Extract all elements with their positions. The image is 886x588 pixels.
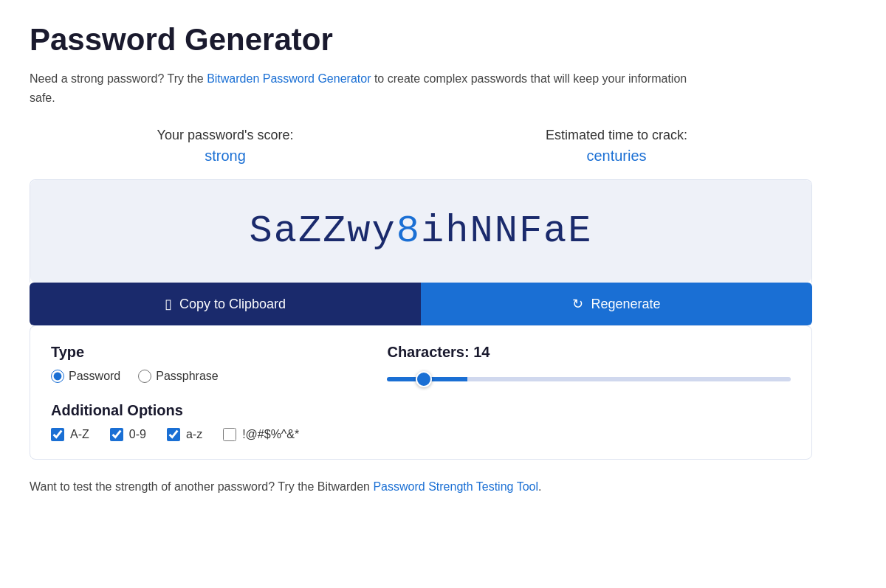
- special-checkbox-label[interactable]: !@#$%^&*: [223, 428, 299, 441]
- copy-button-label: Copy to Clipboard: [179, 297, 286, 312]
- az-checkbox-label[interactable]: A-Z: [51, 428, 89, 441]
- special-checkbox[interactable]: [223, 428, 236, 441]
- checkboxes-row: A-Z 0-9 a-z !@#$%^&*: [51, 428, 791, 441]
- page-title: Password Generator: [30, 22, 812, 58]
- az-checkbox[interactable]: [51, 428, 64, 441]
- az-lower-checkbox[interactable]: [167, 428, 180, 441]
- 09-checkbox[interactable]: [110, 428, 123, 441]
- password-display-box: SaZZwy8ihNNFaE: [30, 180, 811, 283]
- slider-container: [387, 371, 791, 384]
- passphrase-radio-label[interactable]: Passphrase: [138, 370, 219, 383]
- password-display-container: SaZZwy8ihNNFaE: [30, 179, 812, 283]
- options-section: Type Password Passphrase Characters: 14: [30, 325, 812, 460]
- az-lower-checkbox-label[interactable]: a-z: [167, 428, 202, 441]
- crack-time-block: Estimated time to crack: centuries: [421, 128, 812, 165]
- 09-label: 0-9: [129, 428, 146, 441]
- type-label: Type: [51, 344, 387, 361]
- type-radio-group: Password Passphrase: [51, 370, 387, 383]
- password-score-block: Your password's score: strong: [30, 128, 421, 165]
- regenerate-icon: ↻: [572, 296, 583, 312]
- footer-text-before: Want to test the strength of another pas…: [30, 480, 373, 493]
- crack-label: Estimated time to crack:: [421, 128, 812, 143]
- 09-checkbox-label[interactable]: 0-9: [110, 428, 146, 441]
- options-top-row: Type Password Passphrase Characters: 14: [51, 344, 791, 384]
- score-label: Your password's score:: [30, 128, 421, 143]
- copy-icon: ▯: [165, 296, 172, 312]
- action-buttons: ▯ Copy to Clipboard ↻ Regenerate: [30, 283, 812, 325]
- password-radio-label[interactable]: Password: [51, 370, 120, 383]
- footer-link-text: Password Strength Testing Tool: [373, 480, 538, 493]
- special-label: !@#$%^&*: [242, 428, 299, 441]
- characters-label: Characters: 14: [387, 344, 791, 361]
- password-radio[interactable]: [51, 370, 64, 383]
- passphrase-radio[interactable]: [138, 370, 151, 383]
- characters-section: Characters: 14: [387, 344, 791, 384]
- additional-options-section: Additional Options A-Z 0-9 a-z !@#$%^&*: [51, 402, 791, 441]
- password-radio-text: Password: [69, 370, 120, 383]
- bitwarden-link[interactable]: Bitwarden Password Generator: [207, 72, 371, 85]
- type-section: Type Password Passphrase: [51, 344, 387, 383]
- az-label: A-Z: [70, 428, 89, 441]
- description: Need a strong password? Try the Bitwarde…: [30, 69, 694, 107]
- strength-tool-link[interactable]: Password Strength Testing Tool: [373, 480, 538, 493]
- score-section: Your password's score: strong Estimated …: [30, 128, 812, 165]
- copy-to-clipboard-button[interactable]: ▯ Copy to Clipboard: [30, 283, 421, 325]
- passphrase-radio-text: Passphrase: [156, 370, 219, 383]
- additional-options-label: Additional Options: [51, 402, 791, 419]
- az-lower-label: a-z: [186, 428, 202, 441]
- score-value: strong: [30, 148, 421, 165]
- regenerate-button[interactable]: ↻ Regenerate: [421, 283, 812, 325]
- regenerate-button-label: Regenerate: [591, 297, 660, 312]
- password-text: SaZZwy8ihNNFaE: [45, 210, 797, 253]
- footer-text-after: .: [538, 480, 541, 493]
- crack-value: centuries: [421, 148, 812, 165]
- footer-text: Want to test the strength of another pas…: [30, 480, 812, 494]
- characters-slider[interactable]: [387, 377, 791, 381]
